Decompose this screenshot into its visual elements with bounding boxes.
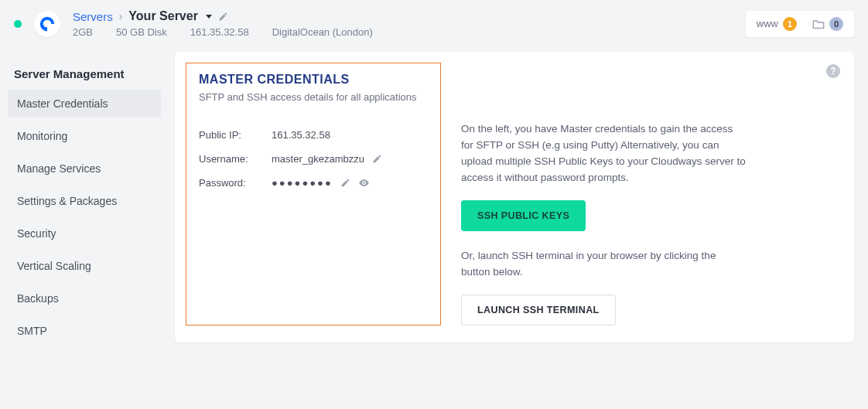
server-spec-row: 2GB 50 GB Disk 161.35.32.58 DigitalOcean… bbox=[73, 26, 373, 38]
spec-provider: DigitalOcean (London) bbox=[272, 26, 373, 38]
apps-pill[interactable]: www 1 bbox=[757, 17, 797, 31]
edit-username-icon[interactable] bbox=[372, 154, 382, 164]
password-value-row: ●●●●●●●● bbox=[272, 177, 428, 189]
apps-count-badge: 1 bbox=[783, 17, 797, 31]
password-masked: ●●●●●●●● bbox=[272, 177, 333, 189]
breadcrumb-root[interactable]: Servers bbox=[73, 10, 113, 23]
sidebar-item-backups[interactable]: Backups bbox=[8, 285, 161, 312]
edit-password-icon[interactable] bbox=[340, 178, 350, 188]
svg-rect-0 bbox=[44, 27, 47, 30]
username-value-row: master_gkezambzzu bbox=[272, 153, 428, 165]
sidebar-title: Server Management bbox=[8, 52, 161, 90]
reveal-password-icon[interactable] bbox=[358, 177, 370, 189]
breadcrumb-separator: › bbox=[119, 10, 123, 22]
public-ip-value: 161.35.32.58 bbox=[272, 129, 428, 141]
spec-ram: 2GB bbox=[73, 26, 93, 38]
header-main: Servers › Your Server 2GB 50 GB Disk 161… bbox=[73, 9, 373, 38]
server-dropdown-caret-icon[interactable] bbox=[206, 15, 212, 19]
projects-folder-icon bbox=[812, 19, 825, 29]
username-label: Username: bbox=[199, 153, 272, 165]
sidebar-item-master-credentials[interactable]: Master Credentials bbox=[8, 90, 161, 118]
svg-rect-1 bbox=[43, 25, 45, 27]
credentials-subtitle: SFTP and SSH access details for all appl… bbox=[199, 91, 428, 103]
rename-server-icon[interactable] bbox=[218, 11, 229, 22]
master-credentials-box: MASTER CREDENTIALS SFTP and SSH access d… bbox=[186, 63, 441, 325]
ssh-public-keys-button[interactable]: SSH PUBLIC KEYS bbox=[461, 200, 586, 231]
page-header: Servers › Your Server 2GB 50 GB Disk 161… bbox=[0, 0, 868, 52]
server-status-dot bbox=[14, 20, 22, 28]
main-panel: ? MASTER CREDENTIALS SFTP and SSH access… bbox=[175, 52, 854, 343]
sidebar-item-security[interactable]: Security bbox=[8, 220, 161, 247]
credentials-info-text: On the left, you have Master credentials… bbox=[461, 121, 747, 186]
sidebar-item-smtp[interactable]: SMTP bbox=[8, 317, 161, 345]
spec-ip: 161.35.32.58 bbox=[190, 26, 249, 38]
public-ip-label: Public IP: bbox=[199, 129, 272, 141]
sidebar-item-settings-packages[interactable]: Settings & Packages bbox=[8, 187, 161, 215]
panel-right-column: On the left, you have Master credentials… bbox=[461, 63, 747, 325]
password-label: Password: bbox=[199, 177, 272, 189]
projects-count-badge: 0 bbox=[829, 17, 843, 31]
projects-pill[interactable]: 0 bbox=[812, 17, 843, 31]
sidebar-item-monitoring[interactable]: Monitoring bbox=[8, 122, 161, 150]
spec-disk: 50 GB Disk bbox=[116, 26, 167, 38]
sidebar-item-manage-services[interactable]: Manage Services bbox=[8, 155, 161, 182]
or-launch-text: Or, launch SSH terminal in your browser … bbox=[461, 248, 747, 281]
breadcrumb: Servers › Your Server bbox=[73, 9, 373, 23]
header-right-box: www 1 0 bbox=[746, 11, 854, 37]
breadcrumb-current: Your Server bbox=[128, 9, 198, 23]
provider-logo bbox=[34, 11, 60, 37]
apps-pill-label: www bbox=[757, 18, 778, 29]
username-value: master_gkezambzzu bbox=[272, 153, 364, 165]
launch-ssh-terminal-button[interactable]: LAUNCH SSH TERMINAL bbox=[461, 295, 616, 325]
digitalocean-icon bbox=[39, 15, 56, 32]
sidebar-item-vertical-scaling[interactable]: Vertical Scaling bbox=[8, 252, 161, 280]
help-icon[interactable]: ? bbox=[826, 64, 840, 78]
credentials-title: MASTER CREDENTIALS bbox=[199, 73, 428, 87]
sidebar: Server Management Master Credentials Mon… bbox=[8, 52, 161, 345]
